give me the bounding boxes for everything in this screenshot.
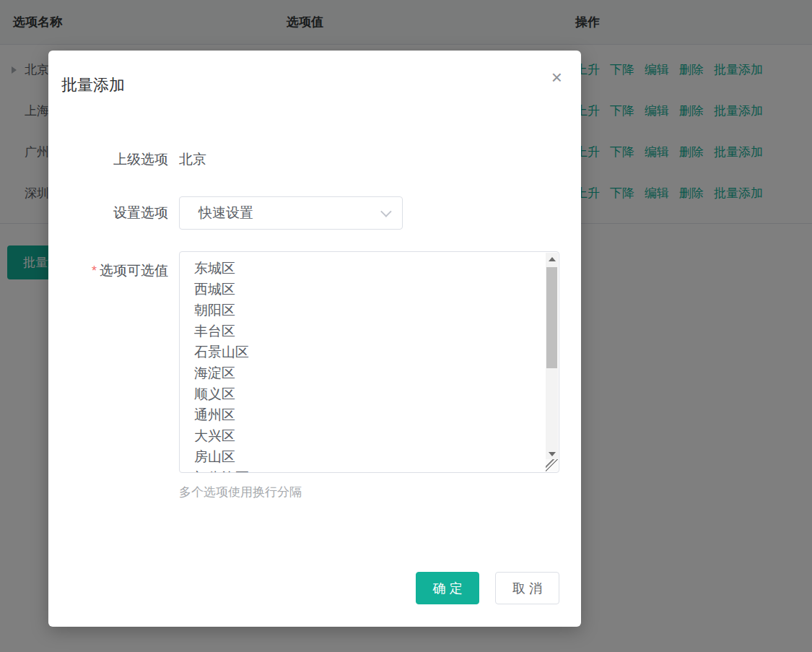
- required-asterisk: *: [92, 264, 97, 278]
- batch-add-modal: 批量添加 × 上级选项 北京 设置选项 快速设置 *选项可选值 东城区 西城区 …: [48, 51, 581, 627]
- preset-option-label: 设置选项: [48, 202, 168, 224]
- option-values-textarea[interactable]: 东城区 西城区 朝阳区 丰台区 石景山区 海淀区 顺义区 通州区 大兴区 房山区…: [179, 251, 559, 473]
- resize-handle[interactable]: [546, 459, 558, 471]
- scroll-down-icon[interactable]: [546, 448, 558, 460]
- scrollbar-thumb[interactable]: [546, 267, 557, 368]
- textarea-scrollbar[interactable]: [546, 253, 558, 460]
- parent-option-label: 上级选项: [48, 149, 168, 170]
- textarea-text[interactable]: 东城区 西城区 朝阳区 丰台区 石景山区 海淀区 顺义区 通州区 大兴区 房山区…: [180, 252, 545, 472]
- preset-select[interactable]: 快速设置: [179, 196, 403, 230]
- parent-option-value: 北京: [179, 149, 206, 170]
- cancel-button[interactable]: 取消: [495, 572, 559, 604]
- close-icon[interactable]: ×: [551, 68, 562, 87]
- textarea-hint: 多个选项使用换行分隔: [179, 484, 302, 500]
- chevron-down-icon: [380, 206, 392, 217]
- preset-select-value: 快速设置: [180, 204, 253, 222]
- confirm-button[interactable]: 确定: [416, 572, 479, 604]
- option-values-label: *选项可选值: [48, 260, 168, 282]
- modal-title: 批量添加: [61, 74, 125, 96]
- scroll-up-icon[interactable]: [546, 253, 558, 265]
